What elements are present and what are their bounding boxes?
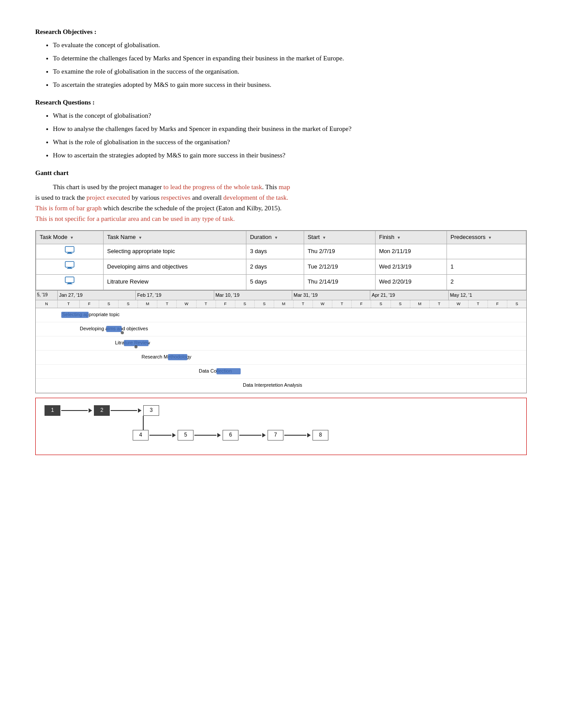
list-item: How to analyse the challenges faced by M… bbox=[53, 123, 527, 134]
table-row: Developing aims and objectives 2 days Tu… bbox=[36, 259, 526, 275]
network-node-2: 2 bbox=[94, 405, 110, 416]
day-cell: S bbox=[255, 300, 274, 307]
task-name-cell: Developing aims and objectives bbox=[104, 259, 246, 275]
network-row-1: 1 2 3 bbox=[45, 405, 517, 416]
gantt-bar-row: Data Interpretetion Analysis bbox=[36, 379, 526, 393]
network-node-6: 6 bbox=[223, 430, 238, 441]
svg-rect-2 bbox=[67, 253, 72, 254]
gantt-bar-row: Litrature Review bbox=[36, 336, 526, 351]
day-cell: S bbox=[391, 300, 410, 307]
gantt-date-header: 5, '19 Jan 27, '19 Feb 17, '19 Mar 10, '… bbox=[36, 291, 526, 301]
day-cell: T bbox=[157, 300, 177, 307]
date-cell: Jan 27, '19 bbox=[58, 291, 136, 300]
gantt-container: Task Mode ▼ Task Name ▼ Duration ▼ Start… bbox=[35, 230, 527, 393]
gantt-bar-row: Developing aims and objectives bbox=[36, 322, 526, 336]
day-cell: T bbox=[58, 300, 80, 307]
gantt-bars-container: Selecting appropriate topic Developing a… bbox=[36, 308, 526, 393]
arrow-line bbox=[61, 410, 88, 411]
desc-red-3: project executed bbox=[86, 194, 130, 201]
list-item: What is the concept of globalisation? bbox=[53, 110, 527, 121]
gantt-bar-row: Selecting appropriate topic bbox=[36, 308, 526, 322]
task-mode-icon-svg bbox=[65, 246, 74, 254]
desc-red-4: respectives bbox=[161, 194, 190, 201]
list-item: What is the role of globalisation in the… bbox=[53, 137, 527, 147]
connector-dot bbox=[121, 331, 124, 334]
list-item: To examine the role of globalisation in … bbox=[53, 66, 527, 77]
start-cell: Thu 2/14/19 bbox=[304, 274, 375, 290]
date-cell: Mar 31, '19 bbox=[292, 291, 370, 300]
day-cell: W bbox=[449, 300, 469, 307]
finish-cell: Wed 2/13/19 bbox=[375, 259, 447, 275]
arrow-line bbox=[284, 435, 306, 436]
desc-text-6: which describe the schedule of the proje… bbox=[101, 205, 281, 212]
day-cell: S bbox=[235, 300, 255, 307]
day-cell: T bbox=[430, 300, 449, 307]
network-node-4: 4 bbox=[133, 430, 149, 441]
col-finish[interactable]: Finish ▼ bbox=[375, 231, 447, 244]
task-name-cell: Selecting appropriate topic bbox=[104, 244, 246, 259]
day-cell: S bbox=[507, 300, 526, 307]
day-cell: W bbox=[177, 300, 196, 307]
spacer bbox=[159, 410, 172, 411]
day-cell: S bbox=[119, 300, 138, 307]
list-item: To determine the challenges faced by Mar… bbox=[53, 53, 527, 63]
desc-red-6: This is form of bar graph bbox=[35, 205, 101, 212]
arrow-line bbox=[239, 435, 261, 436]
desc-text-1: This chart is used by the project manage… bbox=[53, 183, 164, 190]
list-item: To evaluate the concept of globalisation… bbox=[53, 40, 527, 50]
network-node-5: 5 bbox=[178, 430, 194, 441]
col-predecessors[interactable]: Predecessors ▼ bbox=[447, 231, 526, 244]
gantt-bar bbox=[168, 354, 187, 360]
task-mode-icon bbox=[36, 259, 104, 275]
svg-rect-7 bbox=[68, 283, 71, 284]
duration-cell: 5 days bbox=[246, 274, 304, 290]
vertical-line bbox=[143, 416, 144, 432]
finish-cell: Mon 2/11/19 bbox=[375, 244, 447, 259]
gantt-bar bbox=[106, 326, 122, 332]
research-questions-title: Research Questions : bbox=[35, 97, 527, 108]
network-diagram: 1 2 3 4 5 bbox=[35, 398, 527, 455]
day-cell: W bbox=[313, 300, 332, 307]
network-node-3: 3 bbox=[143, 405, 159, 416]
arrow-head bbox=[262, 433, 266, 437]
svg-rect-8 bbox=[67, 284, 72, 284]
pred-cell bbox=[447, 244, 526, 259]
table-row: Selecting appropriate topic 3 days Thu 2… bbox=[36, 244, 526, 259]
list-item: How to ascertain the strategies adopted … bbox=[53, 150, 527, 161]
date-cell: 5, '19 bbox=[36, 291, 58, 300]
research-questions-section: Research Questions : What is the concept… bbox=[35, 97, 527, 161]
arrow-head bbox=[138, 408, 141, 413]
arrow-head bbox=[172, 433, 176, 437]
start-cell: Thu 2/7/19 bbox=[304, 244, 375, 259]
day-cell: F bbox=[216, 300, 235, 307]
day-cell: M bbox=[274, 300, 294, 307]
network-row-2: 4 5 6 7 8 bbox=[133, 430, 517, 441]
task-name-cell: Litrature Review bbox=[104, 274, 246, 290]
task-mode-icon bbox=[36, 244, 104, 259]
gantt-description: This chart is used by the project manage… bbox=[35, 182, 527, 224]
start-cell: Tue 2/12/19 bbox=[304, 259, 375, 275]
connector-section bbox=[136, 416, 517, 432]
date-cell: Apr 21, '19 bbox=[370, 291, 448, 300]
desc-text-2: . This bbox=[262, 183, 279, 190]
pred-cell: 1 bbox=[447, 259, 526, 275]
col-task-name[interactable]: Task Name ▼ bbox=[104, 231, 246, 244]
svg-rect-6 bbox=[65, 277, 74, 283]
col-start[interactable]: Start ▼ bbox=[304, 231, 375, 244]
arrow-line bbox=[149, 435, 171, 436]
day-cell: M bbox=[410, 300, 430, 307]
col-duration[interactable]: Duration ▼ bbox=[246, 231, 304, 244]
day-cell: T bbox=[469, 300, 488, 307]
svg-rect-3 bbox=[65, 261, 74, 267]
gantt-section: Gantt chart This chart is used by the pr… bbox=[35, 168, 527, 455]
col-task-mode[interactable]: Task Mode ▼ bbox=[36, 231, 104, 244]
arrow-head bbox=[307, 433, 311, 437]
arrow-head bbox=[217, 433, 221, 437]
network-node-7: 7 bbox=[268, 430, 283, 441]
bar-label: Data Interpretetion Analysis bbox=[243, 381, 302, 389]
gantt-bar-row: Research Methodology bbox=[36, 351, 526, 365]
research-objectives-section: Research Objectives : To evaluate the co… bbox=[35, 26, 527, 90]
network-node-1: 1 bbox=[45, 405, 60, 416]
gantt-title: Gantt chart bbox=[35, 168, 527, 178]
pred-cell: 2 bbox=[447, 274, 526, 290]
